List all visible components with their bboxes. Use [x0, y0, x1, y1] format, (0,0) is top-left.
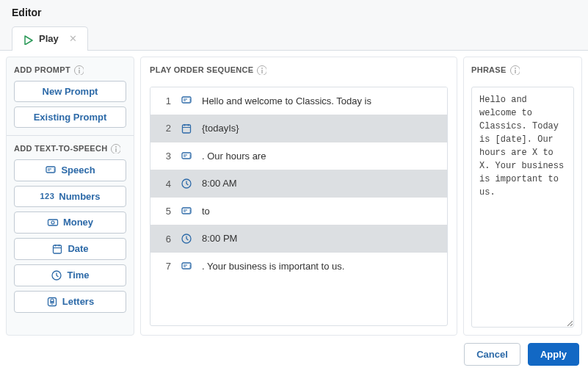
- time-icon: [180, 178, 193, 189]
- sequence-number: 3: [158, 151, 171, 162]
- date-button[interactable]: Date: [14, 238, 126, 260]
- time-icon: [51, 270, 62, 281]
- apply-button[interactable]: Apply: [528, 343, 579, 366]
- sequence-row[interactable]: 48:00 AM: [150, 170, 447, 198]
- sequence-text: 8:00 AM: [202, 177, 440, 190]
- money-icon: [47, 217, 59, 228]
- speech-icon: [180, 151, 193, 162]
- sidebar: ADD PROMPT New Prompt Existing Prompt AD…: [6, 57, 134, 336]
- sequence-row[interactable]: 3. Our hours are: [150, 142, 447, 170]
- date-label: Date: [68, 243, 88, 254]
- sequence-text: {todayIs}: [202, 122, 440, 135]
- existing-prompt-label: Existing Prompt: [34, 112, 107, 123]
- phrase-text[interactable]: Hello and welcome to Classics. Today is …: [471, 87, 574, 328]
- sequence-text: Hello and welcome to Classics. Today is: [202, 95, 440, 108]
- add-prompt-header: ADD PROMPT: [14, 65, 126, 75]
- sequence-row[interactable]: 1Hello and welcome to Classics. Today is: [150, 87, 447, 115]
- numbers-button[interactable]: 123Numbers: [14, 186, 126, 207]
- time-icon: [180, 233, 193, 245]
- sequence-row[interactable]: 2{todayIs}: [150, 115, 447, 142]
- add-tts-header-text: ADD TEXT-TO-SPEECH: [14, 144, 107, 153]
- editor-title: Editor: [12, 0, 576, 24]
- sequence-row[interactable]: 68:00 PM: [150, 225, 447, 253]
- close-icon[interactable]: ✕: [69, 33, 77, 44]
- info-icon[interactable]: [509, 65, 520, 75]
- add-tts-header: ADD TEXT-TO-SPEECH: [14, 143, 126, 153]
- sequence-row[interactable]: 5to: [150, 198, 447, 225]
- info-icon[interactable]: [73, 65, 84, 75]
- sequence-number: 1: [158, 95, 171, 106]
- speech-icon: [180, 206, 193, 217]
- sequence-box: 1Hello and welcome to Classics. Today is…: [150, 87, 448, 326]
- speech-icon: [45, 164, 57, 176]
- sequence-text: 8:00 PM: [202, 232, 440, 245]
- speech-icon: [180, 261, 193, 272]
- main-area: ADD PROMPT New Prompt Existing Prompt AD…: [0, 51, 588, 336]
- sequence-number: 2: [158, 123, 171, 134]
- phrase-header: PHRASE: [471, 65, 574, 75]
- speech-icon: [180, 95, 193, 106]
- date-icon: [180, 123, 193, 134]
- info-icon[interactable]: [256, 65, 266, 75]
- money-label: Money: [63, 217, 93, 228]
- money-button[interactable]: Money: [14, 212, 126, 234]
- tabs-row: Play ✕: [12, 26, 576, 50]
- play-icon: [23, 33, 33, 45]
- new-prompt-button[interactable]: New Prompt: [14, 81, 126, 102]
- numbers-icon: 123: [40, 192, 54, 200]
- letters-button[interactable]: Letters: [14, 291, 126, 313]
- sequence-row[interactable]: 7. Your business is important to us.: [150, 253, 447, 281]
- tab-play[interactable]: Play ✕: [12, 26, 88, 51]
- time-label: Time: [67, 270, 89, 281]
- sequence-number: 6: [158, 234, 171, 245]
- speech-button[interactable]: Speech: [14, 159, 126, 181]
- existing-prompt-button[interactable]: Existing Prompt: [14, 106, 126, 128]
- sequence-panel: PLAY ORDER SEQUENCE 1Hello and welcome t…: [140, 57, 457, 336]
- cancel-button[interactable]: Cancel: [464, 343, 520, 366]
- sequence-text: to: [202, 205, 440, 218]
- new-prompt-label: New Prompt: [43, 86, 98, 97]
- sequence-number: 7: [158, 261, 171, 272]
- sequence-header-text: PLAY ORDER SEQUENCE: [150, 65, 253, 74]
- phrase-panel: PHRASE Hello and welcome to Classics. To…: [463, 57, 582, 336]
- divider: [7, 135, 134, 136]
- phrase-header-text: PHRASE: [471, 65, 507, 74]
- sequence-text: . Our hours are: [202, 150, 440, 163]
- numbers-label: Numbers: [59, 191, 100, 202]
- info-icon[interactable]: [110, 143, 120, 153]
- editor-header: Editor Play ✕: [0, 0, 588, 51]
- add-prompt-header-text: ADD PROMPT: [14, 65, 70, 74]
- footer: Cancel Apply: [0, 336, 588, 375]
- sequence-text: . Your business is important to us.: [202, 260, 440, 273]
- time-button[interactable]: Time: [14, 264, 126, 286]
- sequence-number: 4: [158, 178, 171, 189]
- letters-label: Letters: [62, 296, 94, 307]
- tab-label: Play: [39, 33, 59, 44]
- sequence-number: 5: [158, 206, 171, 217]
- speech-label: Speech: [61, 164, 95, 176]
- date-icon: [51, 243, 63, 255]
- sequence-header: PLAY ORDER SEQUENCE: [150, 65, 448, 75]
- letters-icon: [46, 296, 58, 308]
